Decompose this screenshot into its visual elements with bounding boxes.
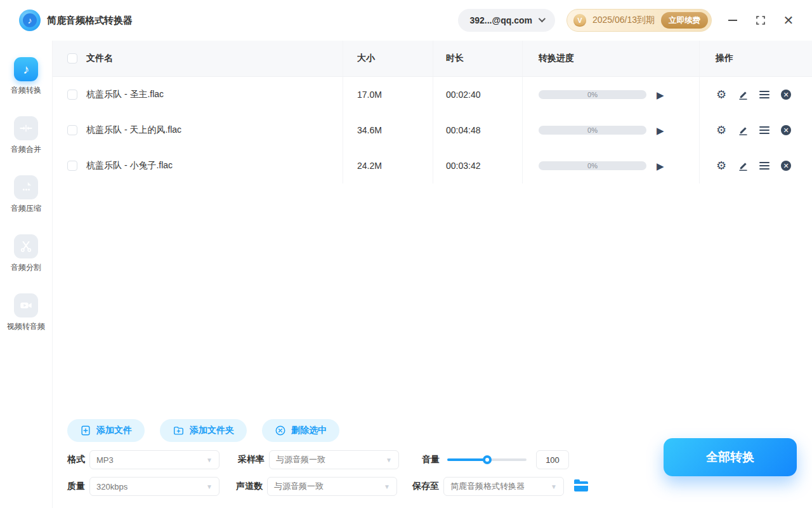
license-pill: V 2025/06/13到期 立即续费 xyxy=(566,9,712,32)
add-file-button[interactable]: 添加文件 xyxy=(67,419,145,442)
sidebar-item-audio-compress[interactable]: 音频压缩 xyxy=(11,175,41,214)
add-folder-button[interactable]: 添加文件夹 xyxy=(160,419,247,442)
play-icon[interactable]: ▶ xyxy=(657,161,664,171)
merge-icon xyxy=(14,116,38,140)
music-note-icon: ♪ xyxy=(23,13,37,27)
maximize-button[interactable] xyxy=(755,15,766,26)
expiry-date: 2025/06/13到期 xyxy=(593,15,655,26)
file-duration: 00:03:42 xyxy=(433,148,523,184)
col-actions: 操作 xyxy=(700,41,812,76)
scissors-icon xyxy=(14,234,38,258)
file-name: 杭盖乐队 - 圣主.flac xyxy=(86,89,164,100)
minimize-button[interactable] xyxy=(727,15,738,26)
save-to-control: 保存至 简鹿音频格式转换器 ▼ xyxy=(412,477,588,496)
menu-icon[interactable] xyxy=(759,124,770,136)
video-camera-icon xyxy=(14,293,38,318)
progress-bar: 0% xyxy=(539,161,646,170)
add-folder-icon xyxy=(173,425,185,436)
table-row: 杭盖乐队 - 小兔子.flac 24.2M 00:03:42 0% ▶ ⚙ ✕ xyxy=(53,148,812,184)
chevron-down-icon xyxy=(539,15,546,22)
file-name: 杭盖乐队 - 小兔子.flac xyxy=(86,160,173,171)
file-duration: 00:02:40 xyxy=(433,77,523,112)
sidebar-item-audio-split[interactable]: 音频分割 xyxy=(11,234,41,273)
file-size: 17.0M xyxy=(343,77,433,112)
music-note-icon: ♪ xyxy=(14,57,38,81)
channels-control: 声道数 与源音频一致 ▼ xyxy=(236,477,397,496)
channels-select[interactable]: 与源音频一致 ▼ xyxy=(267,477,397,496)
renew-button[interactable]: 立即续费 xyxy=(661,12,708,29)
app-window: ♪ 简鹿音频格式转换器 392...@qq.com V 2025/06/13到期… xyxy=(0,0,812,508)
settings-gear-icon[interactable]: ⚙ xyxy=(716,160,727,171)
convert-all-button[interactable]: 全部转换 xyxy=(664,438,797,476)
menu-icon[interactable] xyxy=(759,160,770,171)
progress-bar: 0% xyxy=(539,90,646,99)
settings-gear-icon[interactable]: ⚙ xyxy=(716,89,727,100)
edit-pencil-icon[interactable] xyxy=(737,89,749,100)
sidebar-item-audio-merge[interactable]: 音频合并 xyxy=(11,116,41,155)
sidebar-item-video-to-audio[interactable]: 视频转音频 xyxy=(7,293,45,332)
row-checkbox[interactable] xyxy=(67,90,77,100)
edit-pencil-icon[interactable] xyxy=(737,160,749,171)
caret-down-icon: ▼ xyxy=(206,457,213,464)
caret-down-icon: ▼ xyxy=(551,483,557,490)
settings-gear-icon[interactable]: ⚙ xyxy=(716,124,727,136)
remove-icon[interactable]: ✕ xyxy=(780,124,792,136)
file-name: 杭盖乐队 - 天上的风.flac xyxy=(86,124,181,136)
file-size: 24.2M xyxy=(343,148,433,184)
row-checkbox[interactable] xyxy=(67,161,77,171)
window-controls: ✕ xyxy=(727,15,794,26)
progress-value: 0% xyxy=(587,91,598,98)
sample-rate-select[interactable]: 与源音频一致 ▼ xyxy=(269,450,399,469)
sidebar-item-audio-convert[interactable]: ♪ 音频转换 xyxy=(11,57,41,96)
account-dropdown[interactable]: 392...@qq.com xyxy=(458,9,554,32)
format-select[interactable]: MP3 ▼ xyxy=(89,450,219,469)
minimize-icon xyxy=(728,20,737,21)
play-icon[interactable]: ▶ xyxy=(657,126,664,135)
file-toolbar: 添加文件 添加文件夹 删除选中 xyxy=(67,419,339,442)
caret-down-icon: ▼ xyxy=(386,457,392,464)
play-icon[interactable]: ▶ xyxy=(657,90,664,100)
remove-icon[interactable]: ✕ xyxy=(780,160,792,171)
account-email: 392...@qq.com xyxy=(469,15,532,25)
delete-circle-icon xyxy=(275,425,286,436)
quality-select[interactable]: 320kbps ▼ xyxy=(89,477,219,496)
compress-icon xyxy=(14,175,38,199)
file-duration: 00:04:48 xyxy=(433,112,523,148)
app-logo-icon: ♪ xyxy=(19,10,41,31)
volume-input[interactable] xyxy=(536,450,569,469)
volume-slider[interactable] xyxy=(447,455,527,464)
progress-value: 0% xyxy=(587,126,598,134)
app-title: 简鹿音频格式转换器 xyxy=(47,15,133,27)
row-checkbox[interactable] xyxy=(67,125,77,135)
format-control: 格式 MP3 ▼ xyxy=(67,450,219,469)
close-button[interactable]: ✕ xyxy=(783,15,794,26)
col-filename: 文件名 xyxy=(86,53,113,64)
file-size: 34.6M xyxy=(343,112,433,148)
delete-selected-button[interactable]: 删除选中 xyxy=(262,419,339,442)
caret-down-icon: ▼ xyxy=(206,483,213,490)
table-row: 杭盖乐队 - 圣主.flac 17.0M 00:02:40 0% ▶ ⚙ ✕ xyxy=(53,77,812,112)
remove-icon[interactable]: ✕ xyxy=(780,89,792,100)
brand: ♪ 简鹿音频格式转换器 xyxy=(0,10,133,31)
sidebar: ♪ 音频转换 音频合并 xyxy=(0,41,53,508)
save-to-select[interactable]: 简鹿音频格式转换器 ▼ xyxy=(443,477,564,496)
edit-pencil-icon[interactable] xyxy=(737,124,749,136)
slider-knob[interactable] xyxy=(483,455,492,464)
select-all-checkbox[interactable] xyxy=(67,53,77,64)
add-file-icon xyxy=(80,425,91,436)
close-icon: ✕ xyxy=(783,15,794,25)
vip-badge-icon: V xyxy=(573,14,586,27)
title-bar: ♪ 简鹿音频格式转换器 392...@qq.com V 2025/06/13到期… xyxy=(0,0,812,41)
open-folder-icon[interactable] xyxy=(574,481,588,491)
col-progress: 转换进度 xyxy=(523,41,700,76)
table-row: 杭盖乐队 - 天上的风.flac 34.6M 00:04:48 0% ▶ ⚙ ✕ xyxy=(53,112,812,148)
caret-down-icon: ▼ xyxy=(384,483,390,490)
maximize-icon xyxy=(756,16,765,25)
quality-control: 质量 320kbps ▼ xyxy=(67,477,219,496)
progress-value: 0% xyxy=(587,162,598,170)
volume-control: 音量 xyxy=(422,450,569,469)
table-header: 文件名 大小 时长 转换进度 操作 xyxy=(53,41,812,77)
sample-rate-control: 采样率 与源音频一致 ▼ xyxy=(238,450,399,469)
col-size: 大小 xyxy=(343,41,433,76)
menu-icon[interactable] xyxy=(759,89,770,100)
